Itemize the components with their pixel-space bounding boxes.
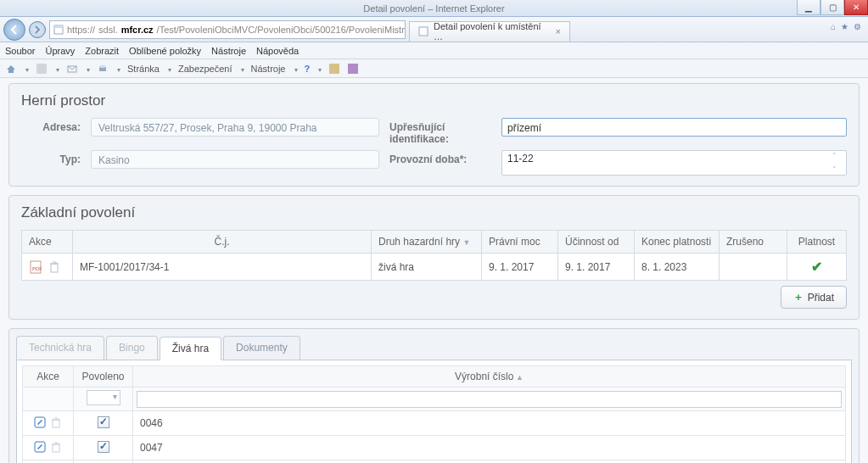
toolbar-extra-icon-1[interactable]: [328, 63, 340, 75]
cell-platnost: ✔: [787, 254, 847, 281]
list-item[interactable]: 0048: [23, 460, 846, 464]
col-zh-povoleno[interactable]: Povoleno: [74, 366, 133, 388]
svg-rect-15: [53, 444, 59, 452]
col-zruseno[interactable]: Zrušeno: [720, 231, 787, 254]
label-typ: Typ:: [21, 150, 81, 165]
filter-vyrobni-input[interactable]: [137, 391, 842, 408]
nav-forward-button[interactable]: [29, 21, 46, 38]
col-zh-vyrobni[interactable]: Výrobní číslo: [133, 366, 846, 388]
value-provozni-doba: 11-22: [507, 153, 534, 165]
tabstrip: Technická hra Bingo Živá hra Dokumenty: [16, 336, 852, 360]
svg-rect-1: [54, 25, 63, 28]
home-small-icon[interactable]: [5, 63, 17, 75]
cell-druh: živá hra: [372, 254, 482, 281]
cell-vyrobni: 0047: [133, 436, 846, 460]
url-input[interactable]: https:// sdsl. mfcr.cz /Test/PovoleniObc…: [49, 20, 406, 39]
menu-napoveda[interactable]: Nápověda: [256, 46, 299, 56]
col-akce[interactable]: Akce: [22, 231, 73, 254]
window-maximize-button[interactable]: ▢: [820, 0, 844, 15]
delete-icon[interactable]: [49, 416, 63, 429]
panel-tabs: Technická hra Bingo Živá hra Dokumenty A…: [8, 328, 860, 463]
add-button[interactable]: ＋Přidat: [781, 286, 847, 309]
add-button-label: Přidat: [808, 292, 834, 304]
svg-rect-13: [53, 420, 59, 427]
label-adresa: Adresa:: [21, 118, 81, 133]
col-konec[interactable]: Konec platnosti: [635, 231, 720, 254]
plus-icon: ＋: [793, 290, 804, 304]
col-ucinnost[interactable]: Účinnost od: [558, 231, 635, 254]
svg-text:PDF: PDF: [32, 266, 42, 271]
tab-bingo[interactable]: Bingo: [106, 336, 158, 360]
toolbar-stranka[interactable]: Stránka: [127, 64, 160, 74]
tab-ziva-hra[interactable]: Živá hra: [160, 337, 221, 360]
svg-rect-6: [100, 65, 105, 68]
tab-label: Detail povolení k umístění …: [434, 21, 547, 42]
input-identifikace[interactable]: přízemí: [501, 118, 847, 137]
tab-page-icon: [418, 26, 428, 36]
col-platnost[interactable]: Platnost: [787, 231, 847, 254]
window-minimize-button[interactable]: ▁: [797, 0, 820, 15]
window-close-button[interactable]: ✕: [844, 0, 868, 15]
delete-icon[interactable]: [49, 440, 63, 454]
tab-dokumenty[interactable]: Dokumenty: [223, 336, 300, 360]
col-moc[interactable]: Právní moc: [482, 231, 558, 254]
filter-povoleno-dropdown[interactable]: ▾: [87, 390, 120, 405]
pdf-icon[interactable]: PDF: [29, 260, 42, 274]
url-domain-pre: sdsl.: [98, 25, 118, 35]
tab-technicka-hra[interactable]: Technická hra: [16, 336, 104, 360]
svg-rect-11: [51, 264, 58, 272]
menu-upravy[interactable]: Úpravy: [45, 46, 75, 56]
sort-desc-icon: ▼: [462, 238, 470, 247]
url-proto: https://: [67, 25, 95, 35]
page-body: Herní prostor Adresa: Veltruská 557/27, …: [0, 78, 868, 463]
panel-zakladni-povoleni: Základní povolení Akce Č.j. Druh hazardn…: [8, 195, 860, 320]
table-row[interactable]: PDF MF-1001/2017/34-1 živá hra 9. 1. 201…: [22, 254, 847, 281]
table-zakladni-povoleni: Akce Č.j. Druh hazardní hry ▼ Právní moc…: [21, 230, 847, 281]
col-druh[interactable]: Druh hazardní hry ▼: [372, 231, 482, 254]
cell-vyrobni: 0048: [133, 460, 846, 464]
browser-toolbar: Stránka Zabezpečení Nástroje ?: [0, 59, 868, 78]
tab-close-icon[interactable]: ×: [556, 26, 561, 36]
toolbar-nastroje[interactable]: Nástroje: [251, 64, 286, 74]
menu-nastroje[interactable]: Nástroje: [211, 46, 246, 56]
help-icon[interactable]: ?: [305, 64, 311, 74]
toolbar-extra-icon-2[interactable]: [347, 63, 359, 75]
browser-address-bar: https:// sdsl. mfcr.cz /Test/PovoleniObc…: [0, 17, 868, 42]
toolbar-zabezpeceni[interactable]: Zabezpečení: [178, 64, 232, 74]
tools-icon[interactable]: ⚙: [854, 22, 861, 31]
col-cj[interactable]: Č.j.: [73, 231, 372, 254]
print-icon[interactable]: [97, 63, 109, 75]
browser-tab[interactable]: Detail povolení k umístění … ×: [409, 21, 570, 42]
favorites-icon[interactable]: ★: [841, 22, 848, 31]
mail-icon[interactable]: [66, 63, 78, 75]
input-provozni-doba[interactable]: 11-22 ˄˅: [501, 150, 847, 176]
menu-oblibene[interactable]: Oblíbené položky: [129, 46, 201, 56]
list-item[interactable]: 0046: [23, 411, 846, 436]
tab-panel-ziva-hra: Akce Povoleno Výrobní číslo ▾: [16, 360, 852, 463]
svg-rect-7: [329, 64, 339, 74]
url-domain: mfcr.cz: [121, 25, 154, 35]
label-identifikace: Upřesňující identifikace:: [389, 118, 491, 145]
cell-konec: 8. 1. 2023: [635, 254, 720, 281]
menu-soubor[interactable]: Soubor: [5, 46, 35, 56]
feeds-icon[interactable]: [36, 63, 48, 75]
col-zh-akce[interactable]: Akce: [23, 366, 74, 388]
checkbox-povoleno[interactable]: [98, 416, 109, 428]
field-typ: Kasino: [91, 150, 379, 169]
page-icon: [53, 25, 64, 35]
home-icon[interactable]: ⌂: [831, 22, 836, 31]
panel-hp-title: Herní prostor: [21, 92, 847, 109]
edit-icon[interactable]: [33, 440, 47, 454]
nav-back-button[interactable]: [3, 19, 25, 41]
list-item[interactable]: 0047: [23, 436, 846, 460]
cell-zruseno: [720, 254, 787, 281]
checkbox-povoleno[interactable]: [98, 441, 109, 453]
checkmark-icon: ✔: [811, 259, 822, 274]
url-path: /Test/PovoleniObciMVC/PovoleniObci/50021…: [157, 25, 406, 35]
table-ziva-hra: Akce Povoleno Výrobní číslo ▾: [22, 365, 846, 463]
browser-menubar: Soubor Úpravy Zobrazit Oblíbené položky …: [0, 42, 868, 59]
menu-zobrazit[interactable]: Zobrazit: [85, 46, 119, 56]
textarea-spinner[interactable]: ˄˅: [832, 152, 844, 174]
delete-icon[interactable]: [48, 260, 61, 274]
edit-icon[interactable]: [33, 416, 47, 429]
